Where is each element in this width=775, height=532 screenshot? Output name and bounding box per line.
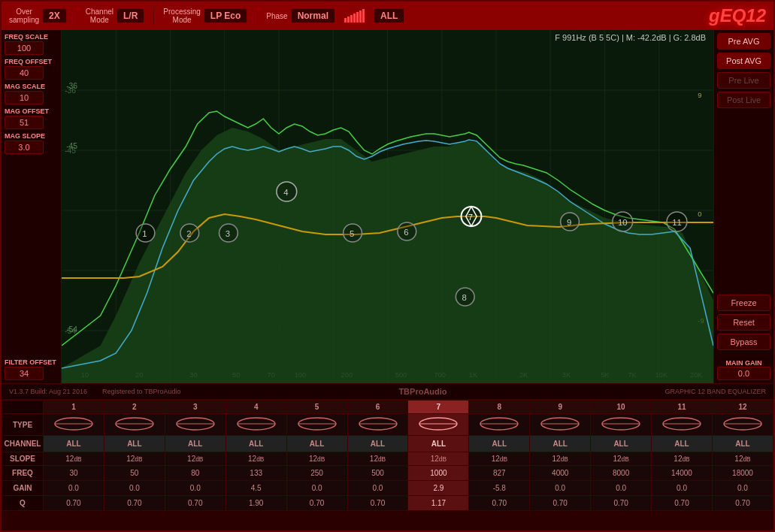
- slope-6[interactable]: 12dB: [347, 452, 408, 466]
- band-num-6[interactable]: 6: [347, 401, 408, 414]
- freq-4[interactable]: 133: [226, 466, 286, 481]
- band-num-9[interactable]: 9: [530, 401, 591, 414]
- type-cell-9[interactable]: [530, 414, 591, 436]
- channel-7[interactable]: ALL: [408, 436, 469, 452]
- channel-6[interactable]: ALL: [347, 436, 408, 452]
- freq-2[interactable]: 50: [104, 466, 165, 481]
- gain-2[interactable]: 0.0: [104, 481, 165, 496]
- type-cell-5[interactable]: [286, 414, 347, 436]
- q-2[interactable]: 0.70: [104, 496, 165, 511]
- gain-4[interactable]: 4.5: [226, 481, 286, 496]
- gain-10[interactable]: 0.0: [591, 481, 652, 496]
- band-num-2[interactable]: 2: [104, 401, 165, 414]
- q-4[interactable]: 1.90: [226, 496, 286, 511]
- channel-10[interactable]: ALL: [591, 436, 652, 452]
- band-num-10[interactable]: 10: [591, 401, 652, 414]
- phase-value[interactable]: Normal: [291, 8, 335, 23]
- band-num-4[interactable]: 4: [226, 401, 286, 414]
- channel-2[interactable]: ALL: [104, 436, 165, 452]
- pre-avg-button[interactable]: Pre AVG: [717, 33, 770, 50]
- channel-8[interactable]: ALL: [469, 436, 530, 452]
- mag-offset-value[interactable]: 51: [5, 116, 44, 129]
- q-1[interactable]: 0.70: [44, 496, 104, 511]
- band-num-3[interactable]: 3: [165, 401, 226, 414]
- type-cell-1[interactable]: [44, 414, 104, 436]
- q-11[interactable]: 0.70: [652, 496, 713, 511]
- band-num-11[interactable]: 11: [652, 401, 713, 414]
- channel-1[interactable]: ALL: [44, 436, 104, 452]
- gain-3[interactable]: 0.0: [165, 481, 226, 496]
- q-6[interactable]: 0.70: [347, 496, 408, 511]
- freq-7[interactable]: 1000: [408, 466, 469, 481]
- channel-12[interactable]: ALL: [712, 436, 773, 452]
- band-num-5[interactable]: 5: [286, 401, 347, 414]
- freq-11[interactable]: 14000: [652, 466, 713, 481]
- slope-3[interactable]: 12dB: [165, 452, 226, 466]
- freq-1[interactable]: 30: [44, 466, 104, 481]
- processing-mode-value[interactable]: LP Eco: [204, 8, 247, 23]
- slope-8[interactable]: 12dB: [469, 452, 530, 466]
- freq-9[interactable]: 4000: [530, 466, 591, 481]
- band-num-1[interactable]: 1: [44, 401, 104, 414]
- type-cell-3[interactable]: [165, 414, 226, 436]
- slope-5[interactable]: 12dB: [286, 452, 347, 466]
- type-cell-4[interactable]: [226, 414, 286, 436]
- all-value[interactable]: ALL: [374, 8, 404, 23]
- channel-11[interactable]: ALL: [652, 436, 713, 452]
- type-cell-10[interactable]: [591, 414, 652, 436]
- slope-11[interactable]: 12dB: [652, 452, 713, 466]
- q-12[interactable]: 0.70: [712, 496, 773, 511]
- type-cell-2[interactable]: [104, 414, 165, 436]
- freq-12[interactable]: 18000: [712, 466, 773, 481]
- q-9[interactable]: 0.70: [530, 496, 591, 511]
- freq-6[interactable]: 500: [347, 466, 408, 481]
- type-cell-7[interactable]: [408, 414, 469, 436]
- freq-8[interactable]: 827: [469, 466, 530, 481]
- filter-offset-value[interactable]: 34: [5, 367, 44, 380]
- slope-1[interactable]: 12dB: [44, 452, 104, 466]
- eq-area[interactable]: F 991Hz (B 5 5C) | M: -42.2dB | G: 2.8dB: [62, 30, 713, 383]
- freq-scale-value[interactable]: 100: [5, 41, 44, 55]
- freq-10[interactable]: 8000: [591, 466, 652, 481]
- gain-6[interactable]: 0.0: [347, 481, 408, 496]
- pre-live-button[interactable]: Pre Live: [717, 72, 770, 89]
- q-10[interactable]: 0.70: [591, 496, 652, 511]
- gain-8[interactable]: -5.8: [469, 481, 530, 496]
- channel-mode-value[interactable]: L/R: [117, 8, 144, 23]
- band-num-12[interactable]: 12: [712, 401, 773, 414]
- gain-11[interactable]: 0.0: [652, 481, 713, 496]
- channel-5[interactable]: ALL: [286, 436, 347, 452]
- main-gain-value[interactable]: 0.0: [717, 367, 770, 380]
- reset-button[interactable]: Reset: [717, 314, 770, 331]
- slope-2[interactable]: 12dB: [104, 452, 165, 466]
- type-cell-11[interactable]: [652, 414, 713, 436]
- q-8[interactable]: 0.70: [469, 496, 530, 511]
- gain-1[interactable]: 0.0: [44, 481, 104, 496]
- post-avg-button[interactable]: Post AVG: [717, 53, 770, 69]
- mag-slope-value[interactable]: 3.0: [5, 141, 44, 154]
- bypass-button[interactable]: Bypass: [717, 334, 770, 350]
- freeze-button[interactable]: Freeze: [717, 295, 770, 311]
- gain-9[interactable]: 0.0: [530, 481, 591, 496]
- freq-5[interactable]: 250: [286, 466, 347, 481]
- band-num-8[interactable]: 8: [469, 401, 530, 414]
- type-cell-8[interactable]: [469, 414, 530, 436]
- q-7[interactable]: 1.17: [408, 496, 469, 511]
- band-num-7[interactable]: 7: [408, 401, 469, 414]
- oversampling-value[interactable]: 2X: [42, 8, 67, 23]
- q-5[interactable]: 0.70: [286, 496, 347, 511]
- freq-3[interactable]: 80: [165, 466, 226, 481]
- q-3[interactable]: 0.70: [165, 496, 226, 511]
- channel-4[interactable]: ALL: [226, 436, 286, 452]
- freq-offset-value[interactable]: 40: [5, 66, 44, 80]
- slope-10[interactable]: 12dB: [591, 452, 652, 466]
- slope-12[interactable]: 12dB: [712, 452, 773, 466]
- gain-5[interactable]: 0.0: [286, 481, 347, 496]
- slope-9[interactable]: 12dB: [530, 452, 591, 466]
- slope-4[interactable]: 12dB: [226, 452, 286, 466]
- gain-12[interactable]: 0.0: [712, 481, 773, 496]
- type-cell-12[interactable]: [712, 414, 773, 436]
- gain-7[interactable]: 2.9: [408, 481, 469, 496]
- slope-7[interactable]: 12dB: [408, 452, 469, 466]
- mag-scale-value[interactable]: 10: [5, 91, 44, 104]
